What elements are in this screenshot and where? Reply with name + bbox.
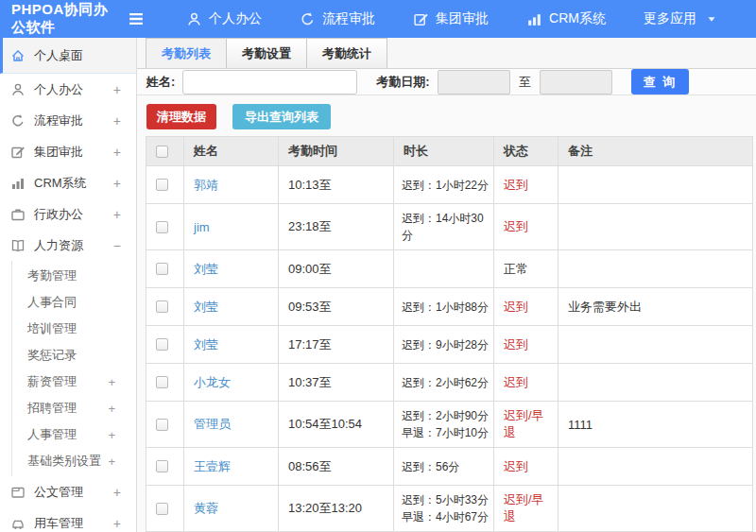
sidebar-subitem-hr-contract[interactable]: 人事合同 bbox=[12, 289, 136, 316]
table-row: 刘莹 09:53至 迟到：1小时88分 迟到 业务需要外出 bbox=[146, 288, 753, 326]
sidebar-item-personal-desktop[interactable]: 个人桌面 bbox=[0, 38, 136, 74]
column-header-name: 姓名 bbox=[184, 137, 279, 166]
attendance-time: 10:54至10:54 bbox=[279, 402, 394, 448]
remark: 1111 bbox=[558, 402, 753, 448]
flow-icon bbox=[10, 113, 26, 129]
table-row: 刘莹 09:00至 正常 bbox=[146, 250, 753, 288]
row-checkbox[interactable] bbox=[156, 419, 168, 431]
sidebar-subitem-base-category-settings[interactable]: 基础类别设置 + bbox=[12, 448, 136, 474]
collapse-toggle[interactable]: − bbox=[113, 238, 121, 253]
expand-toggle[interactable]: + bbox=[108, 455, 115, 469]
status-badge: 迟到 bbox=[494, 448, 558, 486]
action-bar: 清理数据 导出查询列表 bbox=[137, 95, 756, 136]
nav-workflow-approval[interactable]: 流程审批 bbox=[300, 10, 375, 27]
row-checkbox[interactable] bbox=[156, 221, 168, 233]
table-row: 管理员 10:54至10:54 迟到：2小时90分 早退：7小时10分 迟到/早… bbox=[146, 402, 753, 448]
sidebar-subitem-label: 人事管理 bbox=[27, 426, 77, 443]
employee-name-link[interactable]: 郭靖 bbox=[194, 178, 218, 192]
nav-label: 流程审批 bbox=[322, 10, 375, 27]
row-checkbox[interactable] bbox=[156, 460, 168, 472]
row-checkbox[interactable] bbox=[156, 179, 168, 191]
expand-toggle[interactable]: + bbox=[113, 113, 121, 129]
attendance-table: 姓名 考勤时间 时长 状态 备注 郭靖 10:13至 迟到：1小时22分 迟到 bbox=[146, 136, 753, 532]
document-icon bbox=[10, 485, 26, 500]
status-badge: 迟到 bbox=[494, 204, 558, 250]
row-checkbox[interactable] bbox=[156, 263, 168, 275]
name-filter-input[interactable] bbox=[182, 70, 357, 94]
car-icon bbox=[10, 516, 26, 531]
sidebar-item-crm-system[interactable]: CRM系统 + bbox=[0, 167, 136, 198]
sidebar-item-label: 个人桌面 bbox=[34, 47, 83, 64]
expand-toggle[interactable]: + bbox=[113, 145, 121, 160]
sidebar-item-workflow-approval[interactable]: 流程审批 + bbox=[0, 105, 136, 136]
table-row: 郭靖 10:13至 迟到：1小时22分 迟到 bbox=[146, 166, 753, 204]
table-row: 小龙女 10:37至 迟到：2小时62分 迟到 bbox=[146, 364, 753, 402]
employee-name-link[interactable]: 黄蓉 bbox=[194, 501, 218, 515]
nav-label: 更多应用 bbox=[644, 10, 696, 27]
sidebar-subitem-personnel-management[interactable]: 人事管理 + bbox=[12, 421, 136, 448]
select-all-header bbox=[146, 137, 184, 166]
expand-toggle[interactable]: + bbox=[113, 176, 121, 191]
tab-attendance-settings[interactable]: 考勤设置 bbox=[227, 38, 307, 68]
attendance-time: 23:18至 bbox=[279, 204, 394, 250]
user-icon bbox=[186, 11, 202, 27]
row-checkbox[interactable] bbox=[156, 376, 168, 388]
employee-name-link[interactable]: 小龙女 bbox=[194, 375, 231, 389]
remark bbox=[558, 486, 753, 532]
home-icon bbox=[10, 48, 26, 63]
sidebar-item-document-management[interactable]: 公文管理 + bbox=[0, 476, 136, 507]
sidebar-subitem-attendance-management[interactable]: 考勤管理 bbox=[12, 263, 136, 289]
sidebar-item-group-approval[interactable]: 集团审批 + bbox=[0, 136, 136, 167]
main-content: 考勤列表 考勤设置 考勤统计 姓名: 考勤日期: 至 查 询 清理数据 导出查询… bbox=[137, 38, 756, 532]
search-button[interactable]: 查 询 bbox=[631, 69, 690, 94]
row-checkbox[interactable] bbox=[156, 503, 168, 515]
duration: 迟到：1小时22分 bbox=[394, 166, 494, 204]
nav-group-approval[interactable]: 集团审批 bbox=[413, 10, 489, 27]
employee-name-link[interactable]: 王壹辉 bbox=[194, 459, 231, 473]
row-checkbox[interactable] bbox=[156, 300, 168, 313]
employee-name-link[interactable]: jim bbox=[194, 220, 210, 234]
sidebar-item-label: CRM系统 bbox=[34, 175, 87, 192]
sidebar-subitem-reward-punishment[interactable]: 奖惩记录 bbox=[12, 342, 136, 369]
tab-attendance-list[interactable]: 考勤列表 bbox=[146, 38, 227, 68]
nav-personal-office[interactable]: 个人办公 bbox=[186, 10, 262, 27]
employee-name-link[interactable]: 刘莹 bbox=[194, 300, 218, 314]
nav-crm-system[interactable]: CRM系统 bbox=[526, 10, 606, 27]
expand-toggle[interactable]: + bbox=[113, 485, 121, 500]
row-checkbox[interactable] bbox=[156, 338, 168, 351]
tab-attendance-statistics[interactable]: 考勤统计 bbox=[307, 38, 387, 68]
select-all-checkbox[interactable] bbox=[156, 146, 168, 158]
attendance-time: 09:53至 bbox=[279, 288, 394, 326]
employee-name-link[interactable]: 管理员 bbox=[194, 417, 231, 431]
sidebar-subitem-training-management[interactable]: 培训管理 bbox=[12, 316, 136, 342]
top-navigation: 个人办公 流程审批 集团审批 CRM系统 更多应用 bbox=[186, 10, 756, 27]
hamburger-menu-icon[interactable] bbox=[126, 9, 146, 29]
sidebar-subitem-salary-management[interactable]: 薪资管理 + bbox=[12, 369, 136, 395]
nav-more-apps[interactable]: 更多应用 bbox=[644, 10, 718, 27]
employee-name-link[interactable]: 刘莹 bbox=[194, 262, 218, 276]
sidebar-item-admin-office[interactable]: 行政办公 + bbox=[0, 198, 136, 230]
sidebar-subitem-recruitment-management[interactable]: 招聘管理 + bbox=[12, 395, 136, 421]
employee-name-link[interactable]: 刘莹 bbox=[194, 337, 218, 352]
export-list-button[interactable]: 导出查询列表 bbox=[232, 104, 331, 129]
expand-toggle[interactable]: + bbox=[108, 375, 115, 389]
remark bbox=[558, 326, 753, 364]
topbar: PHPOA协同办公软件 个人办公 流程审批 集团审批 CRM系统 bbox=[0, 0, 756, 38]
user-icon bbox=[10, 82, 26, 97]
date-to-input[interactable] bbox=[540, 70, 612, 94]
date-from-input[interactable] bbox=[438, 70, 510, 94]
expand-toggle[interactable]: + bbox=[108, 402, 115, 416]
table-row: 黄蓉 13:20至13:20 迟到：5小时33分 早退：4小时67分 迟到/早退 bbox=[146, 486, 753, 532]
expand-toggle[interactable]: + bbox=[113, 207, 121, 222]
expand-toggle[interactable]: + bbox=[108, 428, 115, 442]
expand-toggle[interactable]: + bbox=[113, 82, 121, 97]
sidebar-item-human-resources[interactable]: 人力资源 − bbox=[0, 230, 136, 261]
sidebar-item-vehicle-management[interactable]: 用车管理 + bbox=[0, 507, 136, 532]
column-header-duration: 时长 bbox=[394, 137, 494, 166]
clean-data-button[interactable]: 清理数据 bbox=[146, 104, 216, 129]
status-badge: 迟到/早退 bbox=[494, 402, 558, 448]
remark bbox=[558, 364, 753, 402]
status-badge: 正常 bbox=[494, 250, 558, 288]
sidebar-item-personal-office[interactable]: 个人办公 + bbox=[0, 74, 136, 105]
expand-toggle[interactable]: + bbox=[113, 516, 121, 531]
